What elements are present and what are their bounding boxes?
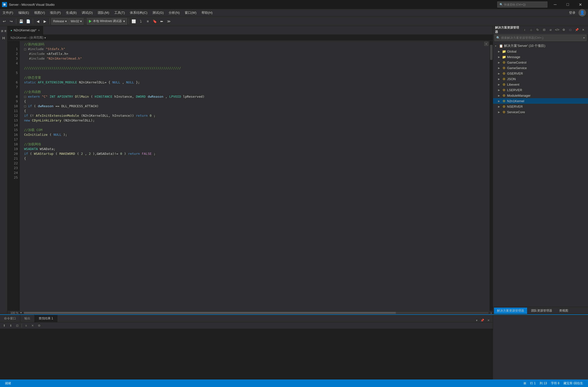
menu-debug[interactable]: 调试(D) xyxy=(79,9,95,16)
expand-button[interactable]: + xyxy=(484,42,488,46)
menu-build[interactable]: 生成(B) xyxy=(63,9,79,16)
config-dropdown[interactable]: Release ▾ xyxy=(51,18,68,25)
status-encoding[interactable]: ⊞ xyxy=(522,381,528,385)
editor-column: ● N2n1Kernel.cpp* ✕ N2n1Kernel › (全局范围) … xyxy=(8,26,493,314)
se-search-box[interactable]: 🔍 ▾ xyxy=(495,35,586,41)
fold-btn-3[interactable]: □ xyxy=(24,104,26,108)
code-editor[interactable]: //新内核源码 □ #include "Stdafx.h" #include <… xyxy=(20,41,489,311)
tree-item-gserver[interactable]: ▶ ⚙ GSERVER xyxy=(493,71,588,76)
se-sync-button[interactable]: ↕ xyxy=(522,27,527,33)
menu-window[interactable]: 窗口(W) xyxy=(182,9,199,16)
find-next[interactable]: ⬇ xyxy=(8,323,14,328)
platform-dropdown[interactable]: Win32 ▾ xyxy=(69,18,83,25)
panel-pin[interactable]: 📌 xyxy=(479,319,485,322)
quick-launch[interactable]: 🔍 快速启动 (Ctrl+Q) xyxy=(497,2,547,8)
se-refresh-button[interactable]: ↻ xyxy=(535,27,540,33)
se-settings-button[interactable]: ⚙ xyxy=(561,27,566,33)
minimize-button[interactable]: ─ xyxy=(549,0,561,9)
se-tab-team[interactable]: 团队资源管理器 xyxy=(528,308,555,314)
breakpoints-button[interactable]: ⬜ xyxy=(130,18,137,25)
zoom-dropdown[interactable]: ▾ xyxy=(20,311,22,314)
find-cancel[interactable]: ✕ xyxy=(30,323,35,328)
activity-server[interactable]: 服务器资源管理器 xyxy=(1,27,7,29)
close-button[interactable]: ✕ xyxy=(574,0,586,9)
tools-btn-2[interactable]: ≫ xyxy=(165,18,172,25)
se-expand-button[interactable]: □ xyxy=(567,27,573,33)
se-pin-button[interactable]: 📌 xyxy=(574,27,579,33)
tree-item-gameservice[interactable]: ▶ ⚙ GameService xyxy=(493,65,588,71)
back-button[interactable]: ◀ xyxy=(35,18,41,25)
fold-btn[interactable]: □ xyxy=(24,47,26,51)
tab-close-button[interactable]: ✕ xyxy=(38,29,40,32)
menu-edit[interactable]: 编辑(E) xyxy=(16,9,32,16)
code-line xyxy=(24,70,489,75)
forward-button[interactable]: ▶ xyxy=(42,18,48,25)
tree-item-nserver[interactable]: ▶ ⚙ NSERVER xyxy=(493,104,588,109)
undo-button[interactable]: ↩ xyxy=(1,18,8,25)
menu-test[interactable]: 测试(G) xyxy=(150,9,166,16)
tree-item-message[interactable]: ▶ 📁 Message xyxy=(493,54,588,60)
se-home-button[interactable]: ⌂ xyxy=(528,27,534,33)
maximize-button[interactable]: □ xyxy=(562,0,573,9)
vertical-scrollbar[interactable] xyxy=(489,41,493,311)
fold-btn-2[interactable]: □ xyxy=(24,95,26,98)
align-left-button[interactable]: ⬅ xyxy=(158,18,165,25)
tree-item-servicecore[interactable]: ▶ ⚙ ServiceCore xyxy=(493,109,588,115)
user-avatar[interactable]: 👤 xyxy=(578,9,586,17)
se-code-button[interactable]: </> xyxy=(554,27,560,33)
run-button[interactable]: 本地 Windows 调试器 ▾ xyxy=(87,18,127,25)
step-over-button[interactable]: ⤵ xyxy=(137,18,144,25)
save-button[interactable]: 💾 xyxy=(18,18,24,25)
menu-analyze[interactable]: 分析(N) xyxy=(166,9,182,16)
btab-command[interactable]: 命令窗口 xyxy=(0,315,20,322)
status-col[interactable]: 列 13 xyxy=(538,381,549,385)
se-tab-solution[interactable]: 解决方案资源管理器 xyxy=(494,308,527,314)
menu-help[interactable]: 帮助(H) xyxy=(199,9,215,16)
tree-item-gamecontrol[interactable]: ▶ ⚙ GameControl xyxy=(493,60,588,65)
panel-dropdown[interactable]: ▾ xyxy=(475,319,478,322)
bookmark-button[interactable]: 🔖 xyxy=(151,18,158,25)
format-button[interactable]: ≡ xyxy=(144,18,151,25)
code-line: CoInitialize ( NULL ); xyxy=(24,132,489,137)
solution-root[interactable]: ▾ 📋 解决方案'Server' (10 个项目) xyxy=(493,43,588,49)
editor-tab-active[interactable]: ● N2n1Kernel.cpp* ✕ xyxy=(8,26,43,35)
activity-h[interactable]: H xyxy=(1,35,7,41)
redo-button[interactable]: ↪ xyxy=(8,18,15,25)
login-button[interactable]: 登录 xyxy=(566,11,578,15)
menu-view[interactable]: 视图(V) xyxy=(32,9,47,16)
se-tab-class[interactable]: 类视图 xyxy=(556,308,571,314)
menu-file[interactable]: 文件(F) xyxy=(0,9,16,16)
save-all-button[interactable]: 📄 xyxy=(25,18,31,25)
tree-item-global[interactable]: ▶ 📁 Global xyxy=(493,49,588,54)
find-clear[interactable]: ⊡ xyxy=(15,323,20,328)
code-line xyxy=(24,123,489,127)
btab-output[interactable]: 输出 xyxy=(20,315,35,322)
find-list[interactable]: ≡ xyxy=(23,323,29,328)
tree-item-modulemanager[interactable]: ▶ ⚙ ModuleManager xyxy=(493,93,588,98)
breadcrumb-dropdown[interactable]: ▾ xyxy=(44,36,46,40)
find-prev[interactable]: ⬆ xyxy=(2,323,7,328)
status-row[interactable]: 行 1 xyxy=(528,381,538,385)
se-search-input[interactable] xyxy=(501,36,582,40)
tree-item-libevent[interactable]: ▶ ⚙ Libevent xyxy=(493,82,588,87)
menu-team[interactable]: 团队(M) xyxy=(95,9,112,16)
menu-arch[interactable]: 体系结构(C) xyxy=(127,9,150,16)
se-filter-button[interactable]: ⧄ xyxy=(548,27,553,33)
tree-item-n2n1kernel[interactable]: ▶ ⚙ N2n1Kernel xyxy=(493,98,588,104)
scroll-right[interactable]: › xyxy=(491,311,492,315)
find-settings[interactable]: ⚙ xyxy=(36,323,42,328)
scroll-thumb[interactable] xyxy=(490,45,493,60)
horizontal-scrollbar[interactable]: 100 % ▾ › xyxy=(8,311,493,314)
status-mode[interactable]: 就绪 xyxy=(3,379,13,387)
tree-item-lserver[interactable]: ▶ ⚙ LSERVER xyxy=(493,87,588,93)
menu-project[interactable]: 项目(P) xyxy=(47,9,63,16)
btab-find[interactable]: 查找结果 1 xyxy=(35,315,57,322)
panel-close[interactable]: ✕ xyxy=(486,319,491,322)
se-collapse-button[interactable]: ⊟ xyxy=(541,27,547,33)
se-search-dropdown[interactable]: ▾ xyxy=(583,36,585,40)
hscroll-thumb[interactable] xyxy=(24,312,396,314)
se-close-button[interactable]: ✕ xyxy=(580,27,586,33)
tree-item-json[interactable]: ▶ ⚙ JSON xyxy=(493,76,588,82)
menu-tools[interactable]: 工具(T) xyxy=(112,9,128,16)
status-char[interactable]: 字符 8 xyxy=(549,381,561,385)
